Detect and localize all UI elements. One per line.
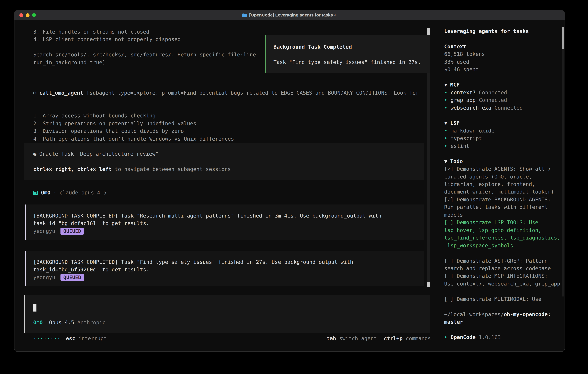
- separator-dot: ·: [53, 189, 57, 197]
- message-meta: yeongyu QUEUED: [33, 227, 424, 235]
- status-right: tabswitch agentctrl+pcommands: [326, 335, 431, 342]
- window-title: [OpenCode] Leveraging agents for tasks ◐: [14, 10, 565, 20]
- todo-item-pending: [ ] Demonstrate MCP INTEGRATIONS: Use co…: [444, 272, 563, 288]
- tool-call-name: call_omo_agent: [39, 90, 83, 96]
- lsp-item: •eslint: [444, 142, 563, 150]
- session-title: Leveraging agents for tasks: [444, 28, 563, 35]
- spinner-dots-icon: ········: [33, 335, 61, 341]
- message-line: task_id="bg_6f59260c" to get results.: [33, 266, 424, 274]
- opencode-terminal-window: [OpenCode] Leveraging agents for tasks ◐…: [14, 10, 565, 352]
- chevron-down-icon: ▼: [444, 82, 447, 88]
- bullet-icon: •: [444, 135, 451, 142]
- workspace-path: ~/local-workspaces/oh-my-opencode:: [444, 311, 563, 318]
- screen: [OpenCode] Leveraging agents for tasks ◐…: [0, 0, 588, 374]
- queued-badge: QUEUED: [61, 274, 84, 281]
- mcp-item-name: websearch_exa: [451, 104, 491, 111]
- bullet-icon: •: [444, 89, 451, 96]
- bullet-icon: •: [444, 142, 451, 150]
- prompt-input[interactable]: OmOOpus 4.5Anthropic: [24, 295, 430, 333]
- chevron-down-icon: ▼: [444, 158, 447, 164]
- lsp-heading-label: LSP: [450, 120, 460, 126]
- opencode-version: 1.0.163: [479, 334, 501, 340]
- text-cursor: [33, 304, 36, 312]
- input-provider-name: Anthropic: [77, 319, 105, 325]
- scrollbar-thumb[interactable]: [562, 27, 564, 49]
- todo-item-done: [✓] Demonstrate AGENTS: Show all 7 curat…: [444, 165, 563, 196]
- oracle-hint-row: ctrl+x right, ctrl+x left to navigate be…: [33, 166, 424, 173]
- input-agent-name: OmO: [33, 319, 43, 325]
- transcript-text: 3. File handles or streams not closed 4.…: [33, 28, 256, 66]
- context-tokens: 66,518 tokens: [444, 51, 563, 58]
- chevron-down-icon: ▼: [444, 120, 447, 126]
- ctrl-p-key-hint: ctrl+p: [384, 335, 403, 341]
- todo-item-done: [✓] Demonstrate BACKGROUND AGENTS: Run p…: [444, 196, 563, 219]
- opencode-name: OpenCode: [451, 334, 476, 340]
- todo-section-heading[interactable]: ▼Todo: [444, 157, 563, 165]
- message-line: task_id="bg_dcfac161" to get results.: [33, 220, 424, 227]
- record-circle-icon: ◉: [33, 151, 36, 157]
- agent-header: OmO · claude-opus-4-5: [33, 189, 106, 197]
- bullet-icon: •: [444, 333, 451, 341]
- bullet-icon: •: [444, 127, 451, 135]
- input-model-row: OmOOpus 4.5Anthropic: [33, 319, 106, 326]
- scrollbar-thumb[interactable]: [427, 282, 430, 287]
- lsp-section-heading[interactable]: ▼LSP: [444, 119, 563, 127]
- status-left: ········escinterrupt: [33, 335, 107, 342]
- bullet-icon: •: [444, 96, 451, 104]
- context-heading: Context: [444, 43, 563, 51]
- mcp-heading-label: MCP: [450, 82, 460, 88]
- tool-call-args: [subagent_type=explore, prompt=Find pote…: [86, 90, 419, 96]
- oracle-task-title-row: ◉Oracle Task "Deep architecture review": [33, 150, 424, 158]
- message-line: [BACKGROUND TASK COMPLETED] Task "Resear…: [33, 212, 424, 220]
- context-used: 33% used: [444, 58, 563, 66]
- sidebar: Leveraging agents for tasks Context 66,5…: [439, 20, 565, 352]
- todo-item-pending: [ ] Demonstrate MULTIMODAL: Use: [444, 295, 563, 303]
- mcp-item-name: context7: [451, 89, 476, 95]
- status-bar: ········escinterrupt tabswitch agentctrl…: [33, 335, 431, 342]
- oracle-hint-keys: ctrl+x right, ctrl+x left: [33, 166, 112, 172]
- todo-item-active: [ ] Demonstrate LSP TOOLS: Use lsp_hover…: [444, 219, 563, 249]
- context-spent: $0.46 spent: [444, 66, 563, 73]
- agent-model: claude-opus-4-5: [60, 189, 106, 197]
- mcp-section-heading[interactable]: ▼MCP: [444, 81, 563, 89]
- terminal-content: 3. File handles or streams not closed 4.…: [14, 20, 565, 352]
- oracle-hint-text: to navigate between subagent sessions: [112, 166, 231, 172]
- background-task-toast: Background Task Completed Task "Find typ…: [265, 35, 430, 73]
- esc-key-hint: esc: [66, 335, 75, 341]
- message-author: yeongyu: [33, 227, 55, 235]
- mcp-item: •context7Connected: [444, 89, 563, 96]
- git-branch: master: [444, 318, 563, 326]
- lsp-item: •markdown-oxide: [444, 127, 563, 135]
- window-titlebar[interactable]: [OpenCode] Leveraging agents for tasks ◐: [14, 10, 565, 20]
- oracle-task-title: Oracle Task "Deep architecture review": [39, 151, 158, 157]
- agent-square-icon: [33, 190, 38, 195]
- chat-main: 3. File handles or streams not closed 4.…: [14, 20, 439, 352]
- esc-key-label: interrupt: [78, 335, 107, 341]
- queued-badge: QUEUED: [61, 228, 84, 235]
- lsp-item: •typescript: [444, 135, 563, 142]
- message-meta: yeongyu QUEUED: [33, 274, 424, 281]
- agent-name: OmO: [41, 189, 51, 197]
- sidebar-scrollbar[interactable]: [562, 27, 564, 296]
- tab-key-hint: tab: [326, 335, 336, 341]
- gear-icon: ⚙: [33, 90, 36, 96]
- mcp-item-status: Connected: [479, 89, 507, 95]
- bullet-icon: •: [444, 104, 451, 112]
- toast-body: Task "Find type safety issues" finished …: [273, 58, 430, 66]
- mcp-item-status: Connected: [494, 104, 523, 111]
- scrollbar-thumb[interactable]: [427, 28, 430, 35]
- oracle-task-panel: ◉Oracle Task "Deep architecture review" …: [24, 143, 424, 180]
- background-task-message: [BACKGROUND TASK COMPLETED] Task "Resear…: [25, 205, 424, 240]
- input-model-name: Opus 4.5: [49, 319, 74, 325]
- mcp-item-status: Connected: [479, 97, 507, 103]
- lsp-item-name: typescript: [451, 135, 482, 141]
- tab-key-label: switch agent: [339, 335, 377, 341]
- message-author: yeongyu: [33, 274, 55, 281]
- window-title-text: [OpenCode] Leveraging agents for tasks ◐: [249, 11, 337, 19]
- tool-call-first-line: ⚙call_omo_agent[subagent_type=explore, p…: [33, 89, 419, 97]
- workspace-path-dim: ~/local-workspaces/: [444, 311, 504, 317]
- mcp-item: •websearch_exaConnected: [444, 104, 563, 112]
- todo-item-pending: [ ] Demonstrate AST-GREP: Pattern search…: [444, 257, 563, 272]
- workspace-path-bold: oh-my-opencode:: [504, 311, 551, 317]
- toast-title: Background Task Completed: [273, 43, 430, 51]
